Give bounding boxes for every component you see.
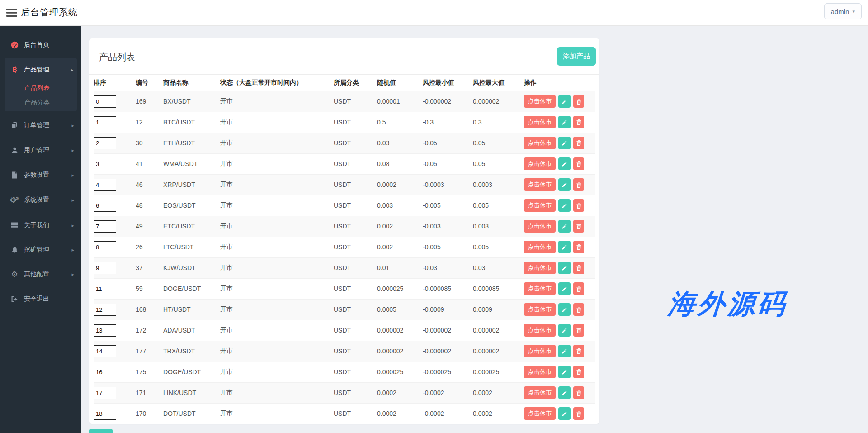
sidebar-subitem-product-category[interactable]: 产品分类 bbox=[5, 96, 77, 109]
close-market-button[interactable]: 点击休市 bbox=[524, 345, 556, 357]
product-category: USDT bbox=[334, 320, 377, 341]
sidebar-item-file[interactable]: 参数设置▸ bbox=[0, 166, 81, 184]
sidebar-item-label: 产品管理 bbox=[24, 66, 49, 74]
sidebar-item-copy[interactable]: 订单管理▸ bbox=[0, 116, 81, 134]
delete-button[interactable] bbox=[573, 282, 584, 295]
sort-order-input[interactable] bbox=[94, 179, 116, 191]
sidebar-item-user[interactable]: 用户管理▸ bbox=[0, 141, 81, 159]
sort-order-input[interactable] bbox=[94, 324, 116, 337]
edit-button[interactable] bbox=[558, 345, 571, 357]
sort-order-input[interactable] bbox=[94, 345, 116, 357]
edit-button[interactable] bbox=[558, 386, 571, 399]
close-market-button[interactable]: 点击休市 bbox=[524, 220, 556, 233]
table-row: 49ETC/USDT开市USDT0.002-0.0030.003点击休市 bbox=[94, 216, 595, 237]
sidebar-item-signout[interactable]: 安全退出 bbox=[0, 290, 81, 308]
sort-order-input[interactable] bbox=[94, 158, 116, 170]
sort-order-input[interactable] bbox=[94, 304, 116, 316]
chevron-right-icon: ▸ bbox=[71, 172, 74, 178]
trash-icon bbox=[576, 390, 581, 396]
sort-order-input[interactable] bbox=[94, 220, 116, 233]
delete-button[interactable] bbox=[573, 345, 584, 357]
sidebar-subitem-product-list[interactable]: 产品列表 bbox=[5, 81, 77, 95]
close-market-button[interactable]: 点击休市 bbox=[524, 95, 556, 108]
delete-button[interactable] bbox=[573, 386, 584, 399]
product-category: USDT bbox=[334, 174, 377, 195]
delete-button[interactable] bbox=[573, 199, 584, 212]
sort-order-input[interactable] bbox=[94, 283, 116, 295]
edit-button[interactable] bbox=[558, 407, 571, 420]
sidebar-item-home[interactable]: 后台首页 bbox=[0, 36, 81, 54]
delete-button[interactable] bbox=[573, 178, 584, 191]
sidebar-item-label: 后台首页 bbox=[24, 41, 49, 49]
product-name: HT/USDT bbox=[163, 299, 220, 320]
close-market-button[interactable]: 点击休市 bbox=[524, 199, 556, 212]
delete-button[interactable] bbox=[573, 241, 584, 253]
risk-min-value: -0.0002 bbox=[423, 403, 473, 424]
row-actions: 点击休市 bbox=[524, 366, 593, 378]
close-market-button[interactable]: 点击休市 bbox=[524, 262, 556, 274]
edit-button[interactable] bbox=[558, 282, 571, 295]
sort-order-input[interactable] bbox=[94, 408, 116, 420]
sort-order-input[interactable] bbox=[94, 262, 116, 274]
table-row: 171LINK/USDT开市USDT0.0002-0.00020.0002点击休… bbox=[94, 382, 595, 403]
sort-order-input[interactable] bbox=[94, 116, 116, 128]
row-actions: 点击休市 bbox=[524, 282, 593, 295]
table-row: 26LTC/USDT开市USDT0.002-0.0050.005点击休市 bbox=[94, 237, 595, 257]
edit-button[interactable] bbox=[558, 366, 571, 378]
pagination-page-1-button[interactable]: 1 bbox=[89, 429, 113, 433]
column-header: 风控最小值 bbox=[423, 75, 473, 91]
close-market-button[interactable]: 点击休市 bbox=[524, 366, 556, 378]
edit-button[interactable] bbox=[558, 95, 571, 108]
delete-button[interactable] bbox=[573, 220, 584, 233]
edit-button[interactable] bbox=[558, 178, 571, 191]
sort-order-input[interactable] bbox=[94, 95, 116, 108]
delete-button[interactable] bbox=[573, 95, 584, 108]
delete-button[interactable] bbox=[573, 324, 584, 337]
admin-dropdown[interactable]: admin ▾ bbox=[824, 3, 862, 19]
edit-button[interactable] bbox=[558, 220, 571, 233]
edit-button[interactable] bbox=[558, 116, 571, 128]
close-market-button[interactable]: 点击休市 bbox=[524, 303, 556, 316]
delete-button[interactable] bbox=[573, 366, 584, 378]
sidebar-item-gear[interactable]: ⚙其他配置▸ bbox=[0, 265, 81, 283]
delete-button[interactable] bbox=[573, 116, 584, 128]
close-market-button[interactable]: 点击休市 bbox=[524, 282, 556, 295]
close-market-button[interactable]: 点击休市 bbox=[524, 116, 556, 128]
chevron-right-icon: ▸ bbox=[71, 148, 74, 153]
edit-button[interactable] bbox=[558, 137, 571, 149]
sort-order-input[interactable] bbox=[94, 387, 116, 399]
sort-order-input[interactable] bbox=[94, 366, 116, 378]
file-icon bbox=[10, 171, 19, 179]
delete-button[interactable] bbox=[573, 157, 584, 170]
edit-button[interactable] bbox=[558, 199, 571, 212]
sidebar-item-bell[interactable]: 挖矿管理▸ bbox=[0, 241, 81, 259]
sort-order-input[interactable] bbox=[94, 241, 116, 253]
delete-button[interactable] bbox=[573, 407, 584, 420]
sidebar-item-gears[interactable]: ⚙⚙系统设置▸ bbox=[0, 191, 81, 209]
sort-order-input[interactable] bbox=[94, 137, 116, 149]
delete-button[interactable] bbox=[573, 262, 584, 274]
row-actions: 点击休市 bbox=[524, 220, 593, 233]
close-market-button[interactable]: 点击休市 bbox=[524, 178, 556, 191]
edit-button[interactable] bbox=[558, 303, 571, 316]
close-market-button[interactable]: 点击休市 bbox=[524, 407, 556, 420]
sidebar-item-product-management[interactable]: 产品管理 ▸ bbox=[5, 61, 77, 79]
edit-button[interactable] bbox=[558, 157, 571, 170]
close-market-button[interactable]: 点击休市 bbox=[524, 241, 556, 253]
add-product-button[interactable]: 添加产品 bbox=[557, 47, 596, 66]
close-market-button[interactable]: 点击休市 bbox=[524, 386, 556, 399]
sidebar-item-list[interactable]: 关于我们▸ bbox=[0, 216, 81, 234]
product-category: USDT bbox=[334, 91, 377, 112]
edit-button[interactable] bbox=[558, 324, 571, 337]
delete-button[interactable] bbox=[573, 137, 584, 149]
sidebar-toggle-icon[interactable] bbox=[6, 8, 17, 18]
card-header: 产品列表 添加产品 bbox=[89, 38, 599, 75]
sort-order-input[interactable] bbox=[94, 200, 116, 212]
close-market-button[interactable]: 点击休市 bbox=[524, 157, 556, 170]
close-market-button[interactable]: 点击休市 bbox=[524, 137, 556, 149]
edit-button[interactable] bbox=[558, 241, 571, 253]
close-market-button[interactable]: 点击休市 bbox=[524, 324, 556, 337]
delete-button[interactable] bbox=[573, 303, 584, 316]
edit-button[interactable] bbox=[558, 262, 571, 274]
market-status: 开市 bbox=[220, 216, 334, 237]
